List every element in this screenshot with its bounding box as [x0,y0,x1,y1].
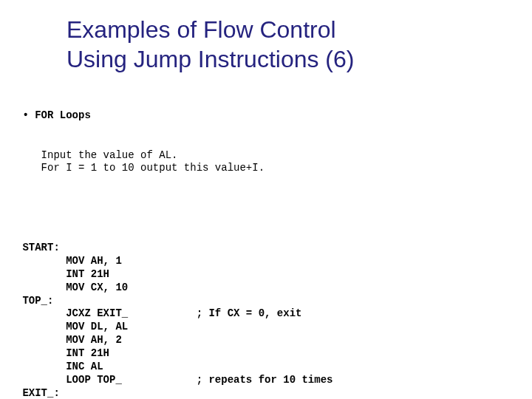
blank-line [16,202,519,215]
description: Input the value of AL. For I = 1 to 10 o… [16,149,519,176]
slide: Examples of Flow Control Using Jump Inst… [0,0,532,399]
code-block: START: MOV AH, 1 INT 21H MOV CX, 10 TOP_… [16,242,519,399]
bullet-for-loops: • FOR Loops [16,109,519,123]
slide-title: Examples of Flow Control Using Jump Inst… [0,0,532,74]
slide-body: • FOR Loops Input the value of AL. For I… [0,74,532,399]
